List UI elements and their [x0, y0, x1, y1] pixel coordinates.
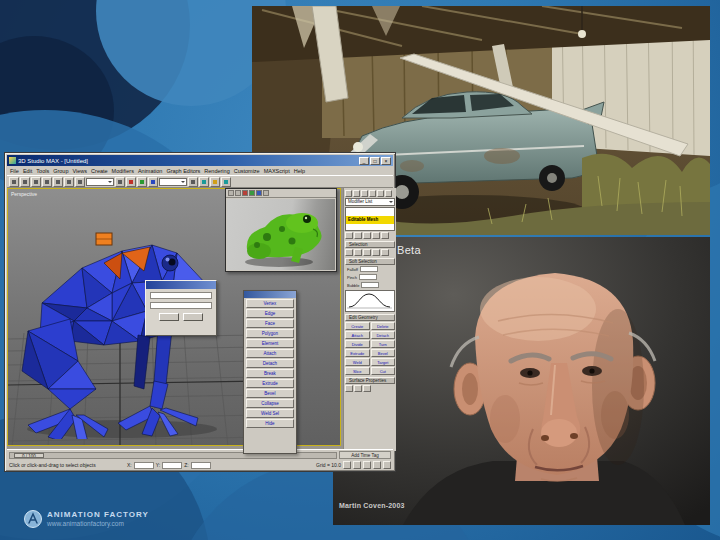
edit-geometry-button[interactable]: Delete [371, 322, 396, 330]
modify-tab-icon[interactable] [353, 190, 360, 197]
menu-group[interactable]: Group [53, 168, 68, 174]
pin-stack-icon[interactable] [345, 232, 353, 239]
menu-help[interactable]: Help [294, 168, 305, 174]
pinch-field[interactable]: Pinch [345, 273, 395, 281]
logo-url[interactable]: www.animationfactory.com [47, 520, 149, 527]
stack-row-selected[interactable]: Editable Mesh [346, 216, 394, 224]
menu-file[interactable]: File [10, 168, 19, 174]
tool-button[interactable]: Bevel [246, 389, 294, 398]
time-slider-handle[interactable]: 0 / 100 [14, 453, 44, 458]
reference-coordinate-dropdown[interactable] [159, 178, 187, 186]
menu-maxscript[interactable]: MAXScript [264, 168, 290, 174]
arc-rotate-icon[interactable] [373, 461, 381, 469]
maximize-viewport-icon[interactable] [383, 461, 391, 469]
rollout-soft-selection[interactable]: Soft Selection [345, 258, 395, 265]
select-link-icon[interactable] [31, 177, 41, 187]
polygon-mode-icon[interactable] [372, 249, 380, 256]
remove-modifier-icon[interactable] [372, 232, 380, 239]
green-channel-icon[interactable] [249, 190, 255, 196]
hierarchy-tab-icon[interactable] [361, 190, 368, 197]
unlink-icon[interactable] [42, 177, 52, 187]
surface-icon[interactable] [354, 385, 362, 392]
falloff-field[interactable]: Falloff [345, 265, 395, 273]
undo-icon[interactable] [9, 177, 19, 187]
tool-button[interactable]: Weld Sel [246, 409, 294, 418]
reference-image-window[interactable] [225, 188, 337, 272]
rollout-surface-properties[interactable]: Surface Properties [345, 377, 395, 384]
save-image-icon[interactable] [228, 190, 234, 196]
dialog-button[interactable] [183, 313, 203, 321]
menu-edit[interactable]: Edit [23, 168, 32, 174]
dialog-title-bar[interactable] [146, 281, 216, 289]
add-time-tag-button[interactable]: Add Time Tag [339, 451, 391, 459]
rotate-icon[interactable] [137, 177, 147, 187]
edit-geometry-button[interactable]: Cut [371, 367, 396, 375]
y-coordinate-field[interactable] [162, 462, 182, 469]
edit-geometry-button[interactable]: Detach [371, 331, 396, 339]
stack-row[interactable] [346, 208, 394, 216]
maximize-button[interactable]: □ [370, 157, 380, 165]
select-by-name-icon[interactable] [115, 177, 125, 187]
tool-button[interactable]: Vertex [246, 299, 294, 308]
z-coordinate-field[interactable] [191, 462, 211, 469]
blue-channel-icon[interactable] [256, 190, 262, 196]
zoom-image-icon[interactable] [263, 190, 269, 196]
tool-button[interactable]: Extrude [246, 379, 294, 388]
dialog-button[interactable] [159, 313, 179, 321]
tool-button[interactable]: Attach [246, 349, 294, 358]
edit-geometry-button[interactable]: Target [371, 358, 396, 366]
tool-button[interactable]: Face [246, 319, 294, 328]
move-icon[interactable] [126, 177, 136, 187]
bind-spacewarp-icon[interactable] [53, 177, 63, 187]
title-bar[interactable]: 3D Studio MAX - [Untitled] _ □ × [7, 155, 393, 166]
redo-icon[interactable] [20, 177, 30, 187]
zoom-all-icon[interactable] [353, 461, 361, 469]
dialog-input[interactable] [150, 302, 212, 309]
menu-animation[interactable]: Animation [138, 168, 162, 174]
modifier-stack[interactable]: Editable Mesh [345, 207, 395, 231]
edit-geometry-button[interactable]: Bevel [371, 349, 396, 357]
surface-icon[interactable] [363, 385, 371, 392]
x-coordinate-field[interactable] [134, 462, 154, 469]
select-region-icon[interactable] [75, 177, 85, 187]
selection-filter-dropdown[interactable] [86, 178, 114, 186]
mirror-icon[interactable] [188, 177, 198, 187]
element-mode-icon[interactable] [381, 249, 389, 256]
menu-graph-editors[interactable]: Graph Editors [166, 168, 200, 174]
rollout-selection[interactable]: Selection [345, 241, 395, 248]
red-channel-icon[interactable] [242, 190, 248, 196]
render-scene-icon[interactable] [221, 177, 231, 187]
close-button[interactable]: × [381, 157, 391, 165]
menu-views[interactable]: Views [73, 168, 88, 174]
menu-customize[interactable]: Customize [234, 168, 260, 174]
modifier-list-dropdown[interactable]: Modifier List [345, 198, 395, 206]
floating-dialog[interactable] [145, 280, 217, 336]
edit-geometry-button[interactable]: Divide [345, 340, 370, 348]
rollout-edit-geometry[interactable]: Edit Geometry [345, 314, 395, 321]
material-editor-icon[interactable] [210, 177, 220, 187]
scale-icon[interactable] [148, 177, 158, 187]
tool-button[interactable]: Collapse [246, 399, 294, 408]
tool-button[interactable]: Hide [246, 419, 294, 428]
edit-geometry-button[interactable]: Slice [345, 367, 370, 375]
face-mode-icon[interactable] [363, 249, 371, 256]
align-icon[interactable] [199, 177, 209, 187]
dialog-input[interactable] [150, 292, 212, 299]
surface-icon[interactable] [345, 385, 353, 392]
show-end-result-icon[interactable] [354, 232, 362, 239]
edit-geometry-button[interactable]: Weld [345, 358, 370, 366]
display-tab-icon[interactable] [377, 190, 384, 197]
tool-button[interactable]: Detach [246, 359, 294, 368]
menu-rendering[interactable]: Rendering [204, 168, 229, 174]
tool-button[interactable]: Element [246, 339, 294, 348]
edit-geometry-button[interactable]: Extrude [345, 349, 370, 357]
vertex-mode-icon[interactable] [345, 249, 353, 256]
tool-button[interactable]: Polygon [246, 329, 294, 338]
pan-icon[interactable] [363, 461, 371, 469]
configure-stack-icon[interactable] [381, 232, 389, 239]
menu-create[interactable]: Create [91, 168, 108, 174]
utilities-tab-icon[interactable] [385, 190, 392, 197]
edit-geometry-button[interactable]: Attach [345, 331, 370, 339]
motion-tab-icon[interactable] [369, 190, 376, 197]
create-tab-icon[interactable] [345, 190, 352, 197]
